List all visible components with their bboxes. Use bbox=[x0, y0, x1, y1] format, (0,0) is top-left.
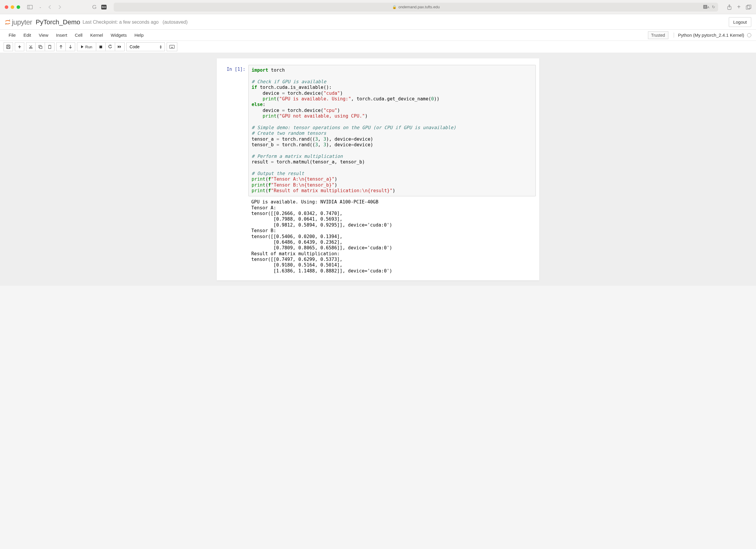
kernel-name[interactable]: Python (My pytorch_2.4.1 Kernel) bbox=[678, 33, 744, 38]
interrupt-button[interactable] bbox=[96, 42, 106, 51]
cell-type-value: Code bbox=[130, 44, 139, 49]
input-prompt: In [1]: bbox=[220, 65, 248, 196]
svg-rect-4 bbox=[746, 6, 750, 9]
notebook-title[interactable]: PyTorch_Demo bbox=[36, 18, 80, 26]
cut-button[interactable] bbox=[26, 42, 36, 51]
lock-icon: 🔒 bbox=[392, 5, 397, 9]
menu-insert[interactable]: Insert bbox=[52, 33, 71, 38]
notebook-container: In [1]: import torch # Check if GPU is a… bbox=[0, 53, 756, 286]
trusted-indicator[interactable]: Trusted bbox=[648, 31, 668, 39]
save-button[interactable] bbox=[4, 42, 13, 51]
svg-rect-0 bbox=[28, 5, 33, 9]
checkpoint-status: Last Checkpoint: a few seconds ago (auto… bbox=[83, 20, 188, 25]
jupyter-header: jupyter PyTorch_Demo Last Checkpoint: a … bbox=[0, 14, 756, 30]
translate-icon[interactable]: 🅰ᴀ bbox=[703, 5, 710, 9]
fast-forward-icon bbox=[118, 45, 122, 49]
svg-marker-21 bbox=[81, 45, 83, 48]
browser-toolbar: ⌄ G box 🔒 ondemand.pax.tufts.edu 🅰ᴀ ↻ + bbox=[0, 0, 756, 14]
url-text: ondemand.pax.tufts.edu bbox=[398, 5, 440, 9]
cell-type-select[interactable]: Code ▲▼ bbox=[126, 42, 165, 51]
output-text: GPU is available. Using: NVIDIA A100-PCI… bbox=[251, 199, 533, 274]
minimize-window-button[interactable] bbox=[11, 5, 14, 9]
run-button[interactable]: Run bbox=[77, 42, 96, 51]
code-cell[interactable]: In [1]: import torch # Check if GPU is a… bbox=[220, 65, 536, 196]
svg-rect-9 bbox=[7, 45, 9, 46]
share-icon[interactable] bbox=[727, 4, 732, 10]
box-extension-icon[interactable]: box bbox=[101, 5, 107, 9]
restart-button[interactable] bbox=[106, 42, 115, 51]
restart-run-all-button[interactable] bbox=[115, 42, 125, 51]
run-label: Run bbox=[85, 45, 92, 49]
menu-file[interactable]: File bbox=[5, 33, 20, 38]
command-palette-button[interactable] bbox=[167, 42, 177, 51]
sidebar-toggle-icon[interactable] bbox=[26, 4, 34, 10]
output-prompt bbox=[220, 197, 248, 276]
tabs-overview-icon[interactable] bbox=[746, 5, 751, 9]
menu-widgets[interactable]: Widgets bbox=[107, 33, 131, 38]
svg-marker-24 bbox=[120, 45, 121, 48]
kernel-status-icon bbox=[747, 33, 751, 37]
menu-edit[interactable]: Edit bbox=[20, 33, 35, 38]
move-up-button[interactable] bbox=[56, 42, 66, 51]
svg-rect-17 bbox=[49, 45, 51, 49]
back-button[interactable] bbox=[47, 4, 53, 10]
copy-button[interactable] bbox=[36, 42, 45, 51]
move-down-button[interactable] bbox=[66, 42, 75, 51]
close-window-button[interactable] bbox=[5, 5, 8, 9]
reload-icon[interactable]: ↻ bbox=[712, 5, 715, 9]
window-controls bbox=[5, 5, 20, 9]
address-bar[interactable]: 🔒 ondemand.pax.tufts.edu 🅰ᴀ ↻ bbox=[114, 3, 718, 12]
jupyter-logo[interactable]: jupyter bbox=[5, 18, 32, 26]
svg-marker-23 bbox=[118, 45, 119, 48]
forward-button[interactable] bbox=[57, 4, 63, 10]
menu-kernel[interactable]: Kernel bbox=[86, 33, 107, 38]
svg-rect-18 bbox=[49, 45, 50, 46]
keyboard-icon bbox=[169, 45, 175, 49]
svg-point-6 bbox=[9, 20, 10, 20]
maximize-window-button[interactable] bbox=[17, 5, 20, 9]
menu-cell[interactable]: Cell bbox=[71, 33, 86, 38]
jupyter-logo-text: jupyter bbox=[12, 18, 32, 26]
grammarly-extension-icon[interactable]: G bbox=[92, 4, 97, 10]
play-icon bbox=[81, 45, 84, 49]
code-input-area[interactable]: import torch # Check if GPU is available… bbox=[248, 65, 536, 196]
svg-rect-16 bbox=[40, 46, 42, 49]
stop-icon bbox=[99, 45, 102, 49]
logout-button[interactable]: Logout bbox=[729, 17, 751, 27]
svg-rect-5 bbox=[747, 5, 751, 8]
code-content[interactable]: import torch # Check if GPU is available… bbox=[252, 67, 533, 194]
new-tab-icon[interactable]: + bbox=[737, 4, 741, 10]
output-area: GPU is available. Using: NVIDIA A100-PCI… bbox=[248, 197, 536, 276]
svg-rect-22 bbox=[99, 46, 102, 48]
jupyter-menubar: FileEditViewInsertCellKernelWidgetsHelp … bbox=[0, 30, 756, 41]
restart-icon bbox=[108, 45, 112, 49]
tab-dropdown-icon[interactable]: ⌄ bbox=[38, 5, 43, 9]
output-cell: GPU is available. Using: NVIDIA A100-PCI… bbox=[220, 197, 536, 276]
svg-point-7 bbox=[5, 24, 6, 25]
svg-rect-10 bbox=[7, 47, 9, 49]
notebook: In [1]: import torch # Check if GPU is a… bbox=[217, 58, 539, 281]
jupyter-toolbar: + Run Code ▲ bbox=[0, 41, 756, 53]
insert-cell-button[interactable]: + bbox=[15, 42, 24, 51]
menu-help[interactable]: Help bbox=[131, 33, 147, 38]
paste-button[interactable] bbox=[45, 42, 54, 51]
menu-view[interactable]: View bbox=[35, 33, 52, 38]
svg-rect-25 bbox=[169, 45, 174, 49]
jupyter-logo-icon bbox=[5, 19, 11, 25]
svg-rect-8 bbox=[7, 45, 10, 49]
